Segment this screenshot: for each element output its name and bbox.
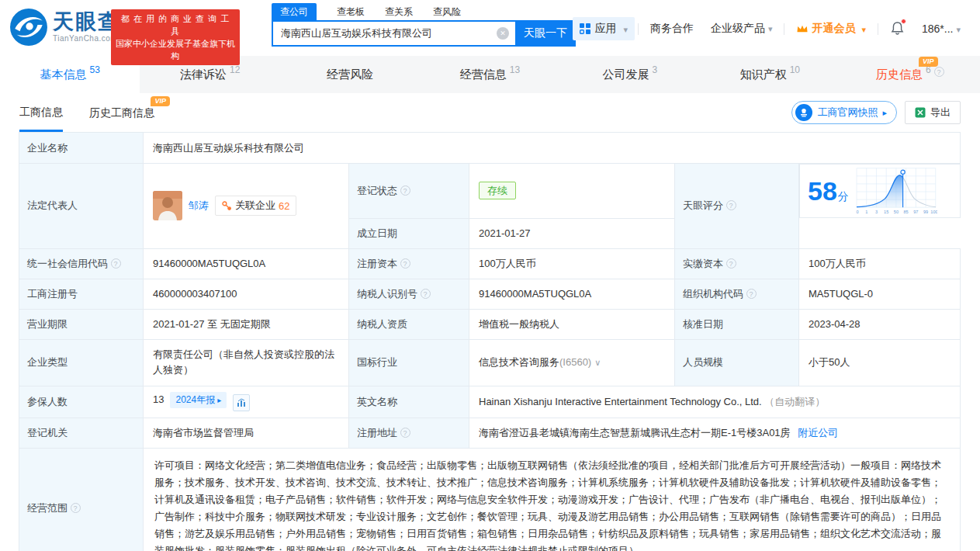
svg-text:85: 85 [903,210,908,214]
tab-intellectual-property[interactable]: 知识产权 10 [700,56,840,93]
help-icon[interactable] [71,503,81,513]
user-account-menu[interactable]: 186*... [922,23,961,35]
table-row: 企业类型 有限责任公司（非自然人投资或控股的法人独资） 国标行业 信息技术咨询服… [19,339,961,386]
search-input[interactable] [272,20,515,47]
authority-value: 海南省市场监督管理局 [144,418,349,448]
search-submit-button[interactable]: 天眼一下 [515,20,576,47]
notification-dot [901,19,906,24]
help-icon[interactable] [726,200,736,210]
insured-value: 13 [153,393,164,405]
insured-cell: 132024年报 [144,386,349,418]
divider [638,23,639,35]
avatar[interactable] [153,191,182,220]
brand-name: 天眼查 [53,11,120,33]
help-icon[interactable] [934,67,944,77]
subtab-history-registration[interactable]: 历史工商信息 VIP [89,95,154,130]
top-header: 天眼查 TianYanCha.com 都 在 用 的 商 业 查 询 工 具 国… [0,0,980,56]
address-value: 海南省澄迈县老城镇海南生态智慧新城腾讯生态村一期E-1号楼3A01房 [479,427,791,438]
table-row: 经营范围 许可项目：网络文化经营；第二类增值电信业务；食品经营；出版物零售；出版… [19,448,961,551]
taxpayer-id-value: 91460000MA5TUQGL0A [469,279,675,309]
est-date-value: 2021-01-27 [469,218,675,248]
reg-number-value: 460000003407100 [144,279,349,309]
crown-icon [796,23,809,34]
stamp-icon [795,104,812,121]
legal-rep-label: 法定代表人 [19,164,144,249]
brand-slogan-badge: 都 在 用 的 商 业 查 询 工 具 国家中小企业发展子基金旗下机构 [111,9,240,65]
search-tab-company[interactable]: 查公司 [272,3,317,21]
insured-trend-button[interactable] [233,394,250,411]
score-value: 58 [808,176,837,206]
clear-search-icon[interactable] [497,27,509,40]
brand-domain: TianYanCha.com [53,34,120,43]
notification-bell[interactable] [891,21,904,37]
open-vip-menu[interactable]: 开通会员 [796,22,866,36]
subtab-business-registration[interactable]: 工商信息 [19,94,63,132]
relation-graph-icon [222,201,232,211]
table-row: 统一社会信用代码 91460000MA5TUQGL0A 注册资本 100万人民币… [19,248,961,279]
brand-text[interactable]: 天眼查 TianYanCha.com [53,11,120,43]
industry-cell: 信息技术咨询服务(I6560) [469,339,675,386]
tab-business-info[interactable]: 经营信息 13 [420,56,559,93]
tab-company-development[interactable]: 公司发展 3 [560,56,700,93]
legal-rep-link[interactable]: 邹涛 [189,199,209,213]
taxpayer-quality-label: 纳税人资质 [349,309,469,339]
company-type-label: 企业类型 [19,339,144,386]
slogan-line1: 都 在 用 的 商 业 查 询 工 具 [116,12,235,37]
chevron-down-icon[interactable] [591,356,601,368]
svg-text:99: 99 [923,210,928,214]
help-icon[interactable] [400,258,410,269]
bar-chart-icon [237,398,246,407]
address-label: 注册地址 [349,418,469,448]
org-code-value: MA5TUQGL-0 [799,279,961,309]
toolbar: 工商官网快照 导出 [791,101,961,124]
apps-grid-icon [580,23,590,34]
company-name-value: 海南西山居互动娱乐科技有限公司 [144,133,961,164]
help-icon[interactable] [111,258,121,269]
help-icon[interactable] [746,289,757,299]
reg-status-label: 登记状态 [349,164,469,219]
svg-text:97: 97 [913,210,918,214]
company-name-label: 企业名称 [19,133,144,164]
paid-capital-value: 100万人民币 [799,248,961,279]
table-row: 企业名称 海南西山居互动娱乐科技有限公司 [19,133,961,164]
annual-report-chip[interactable]: 2024年报 [170,392,227,408]
status-badge: 存续 [479,182,516,199]
related-label: 关联企业 [235,199,275,213]
help-icon[interactable] [726,258,736,269]
related-companies-badge[interactable]: 关联企业 62 [215,196,296,216]
tianyancha-logo-icon[interactable] [9,8,48,47]
score-distribution-chart[interactable]: 0 1 3 15 50 85 97 99 100 [855,166,937,216]
reg-status-cell: 存续 [469,164,675,219]
divider [878,23,878,35]
help-icon[interactable] [400,185,410,196]
company-info-table: 企业名称 海南西山居互动娱乐科技有限公司 法定代表人 邹涛 [19,132,961,551]
search-tab-relation[interactable]: 查关系 [385,5,413,19]
credit-code-label: 统一社会信用代码 [19,248,144,279]
business-cooperation-link[interactable]: 商务合作 [650,22,694,36]
apps-menu[interactable]: 应用 [573,17,635,40]
svg-text:50: 50 [894,210,899,214]
vip-badge: VIP [151,96,170,106]
score-unit: 分 [838,190,849,203]
nearby-companies-link[interactable]: 附近公司 [798,427,838,438]
staff-size-value: 小于50人 [799,339,961,386]
scope-value: 许可项目：网络文化经营；第二类增值电信业务；食品经营；出版物零售；出版物互联网销… [144,448,961,551]
help-icon[interactable] [400,428,410,438]
help-icon[interactable] [421,289,431,299]
export-button[interactable]: 导出 [905,101,961,124]
top-navigation: 应用 商务合作 企业级产品 开通会员 186*... [573,17,969,40]
svg-text:0: 0 [856,210,858,214]
vip-badge: VIP [919,57,938,67]
official-snapshot-button[interactable]: 工商官网快照 [791,101,897,124]
search-tab-risk[interactable]: 查风险 [433,5,461,19]
open-vip-label: 开通会员 [812,22,855,36]
chevron-down-icon [858,23,866,35]
tab-history-info[interactable]: VIP 历史信息 6 [840,56,980,93]
search-tab-boss[interactable]: 查老板 [337,5,365,19]
snapshot-label: 工商官网快照 [817,106,878,120]
svg-text:100: 100 [930,210,937,214]
industry-label: 国标行业 [349,339,469,386]
enterprise-products-menu[interactable]: 企业级产品 [711,22,773,36]
related-count: 62 [279,200,289,212]
tab-operational-risk[interactable]: 经营风险 [280,56,420,93]
